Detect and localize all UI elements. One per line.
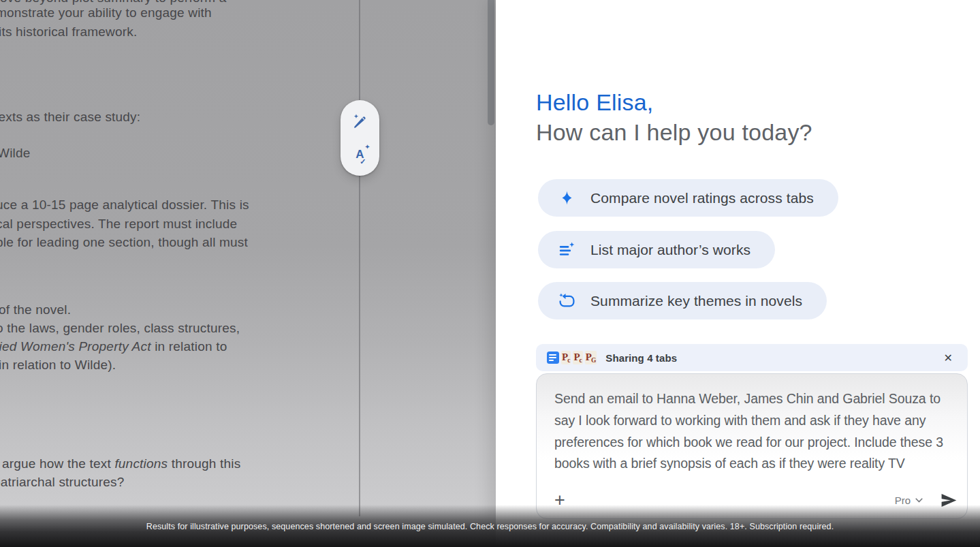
suggestion-chip-list-works[interactable]: List major author’s works xyxy=(538,231,775,268)
document-page-divider xyxy=(359,0,360,516)
project-gutenberg-favicon: Pc xyxy=(573,351,582,364)
document-text-line: ; argue how the text functions through t… xyxy=(0,456,240,471)
sharing-tabs-label: Sharing 4 tabs xyxy=(605,352,677,364)
screen: move beyond plot summary to perform amon… xyxy=(0,0,980,547)
document-text-line: patriarchal structures? xyxy=(0,475,125,490)
help-me-write-icon[interactable] xyxy=(349,110,372,133)
project-gutenberg-favicon: PG xyxy=(585,351,597,364)
model-selector[interactable]: Pro xyxy=(895,495,923,506)
ai-actions-pill: A✦✓ xyxy=(341,100,379,176)
greeting: Hello Elisa, How can I help you today? xyxy=(536,87,812,147)
project-gutenberg-favicon: Pc xyxy=(561,351,571,364)
greeting-name: Hello Elisa, xyxy=(536,87,812,117)
document-text-line: uce a 10-15 page analytical dossier. Thi… xyxy=(0,198,249,213)
document-text-line: of the novel. xyxy=(0,302,71,317)
chip-label: Compare novel ratings across tabs xyxy=(590,190,814,206)
document-text-line: Wilde xyxy=(0,146,31,161)
document-text-line: texts as their case study: xyxy=(0,110,140,125)
prompt-card: Send an email to Hanna Weber, James Chin… xyxy=(536,373,968,519)
greeting-question: How can I help you today? xyxy=(536,117,812,147)
prompt-toolbar: + Pro xyxy=(554,486,958,514)
document-scrollbar-thumb[interactable] xyxy=(488,0,494,125)
chip-label: List major author’s works xyxy=(590,242,750,258)
refresh-sparkle-icon xyxy=(558,292,576,310)
document-text-line: move beyond plot summary to perform a xyxy=(0,0,227,5)
add-attachment-button[interactable]: + xyxy=(554,491,565,510)
list-sparkle-icon xyxy=(558,240,576,259)
sharing-tabs-bar: PcPcPG Sharing 4 tabs ✕ xyxy=(536,344,968,371)
document-text-line: cal perspectives. The report must includ… xyxy=(0,217,237,232)
prompt-input[interactable]: Send an email to Hanna Weber, James Chin… xyxy=(537,374,967,475)
shared-tab-favicons: PcPcPG xyxy=(547,351,597,364)
sparkle-icon xyxy=(558,189,576,207)
send-icon xyxy=(939,491,958,510)
model-label: Pro xyxy=(895,495,911,506)
gemini-panel: Hello Elisa, How can I help you today? C… xyxy=(496,0,980,547)
document-background: move beyond plot summary to perform amon… xyxy=(0,0,496,547)
suggestion-chip-compare-ratings[interactable]: Compare novel ratings across tabs xyxy=(538,179,838,217)
suggestion-chip-summarize-themes[interactable]: Summarize key themes in novels xyxy=(538,282,827,319)
close-icon[interactable]: ✕ xyxy=(940,350,957,366)
google-docs-favicon xyxy=(547,351,559,364)
send-button[interactable] xyxy=(939,491,958,510)
proofread-icon[interactable]: A✦✓ xyxy=(349,143,372,166)
chevron-down-icon xyxy=(915,498,923,503)
document-text-line: ble for leading one section, though all … xyxy=(0,235,248,250)
document-text-line: in relation to Wilde). xyxy=(0,358,116,373)
document-text-line: its historical framework. xyxy=(0,25,138,40)
document-text-line: o the laws, gender roles, class structur… xyxy=(0,321,240,336)
document-text-line: ried Women's Property Act in relation to xyxy=(0,339,227,354)
pen-sparkle-icon xyxy=(351,112,369,131)
document-text-line: monstrate your ability to engage with xyxy=(0,5,212,20)
chip-label: Summarize key themes in novels xyxy=(590,293,802,309)
